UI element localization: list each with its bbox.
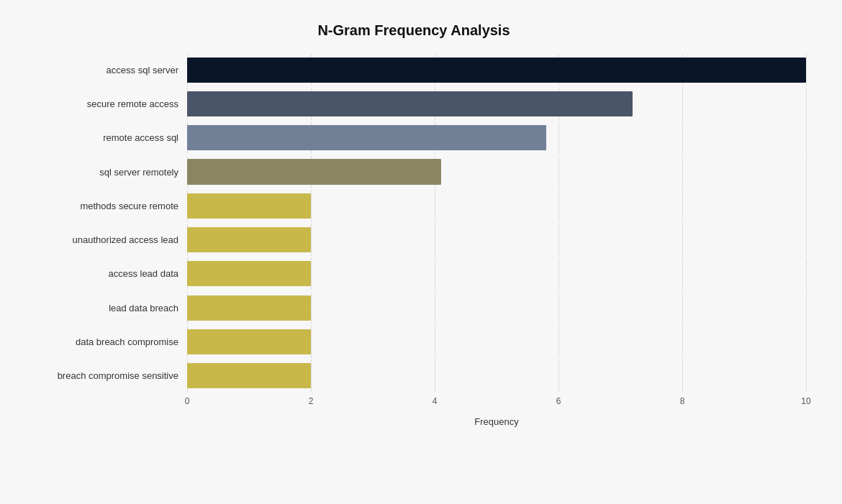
- bar-fill: [187, 295, 311, 321]
- bar-row: methods secure remote: [22, 189, 806, 223]
- bar-track: [187, 156, 806, 188]
- grid-line: [558, 122, 559, 154]
- grid-line: [558, 156, 559, 188]
- x-tick: 8: [680, 396, 685, 406]
- grid-line: [806, 257, 807, 290]
- x-tick: 10: [801, 396, 810, 406]
- bar-row: access sql server: [22, 53, 806, 87]
- grid-line: [435, 224, 435, 256]
- bar-row: lead data breach: [22, 291, 806, 325]
- grid-line: [682, 257, 683, 290]
- grid-line: [435, 190, 435, 222]
- bar-track: [187, 359, 806, 392]
- bar-row: remote access sql: [22, 121, 806, 155]
- bar-fill: [187, 193, 311, 219]
- bar-track: [187, 54, 806, 86]
- bar-label: breach compromise sensitive: [22, 370, 187, 381]
- grid-line: [311, 190, 312, 222]
- chart-container: N-Gram Frequency Analysis access sql ser…: [7, 8, 835, 497]
- bar-label: secure remote access: [22, 98, 187, 109]
- grid-line: [806, 190, 807, 222]
- bar-label: lead data breach: [22, 303, 187, 313]
- grid-line: [682, 88, 683, 120]
- grid-line: [558, 326, 559, 358]
- bar-label: data breach compromise: [22, 336, 187, 347]
- x-axis-label: Frequency: [187, 416, 806, 427]
- grid-line: [682, 122, 683, 154]
- bar-label: methods secure remote: [22, 201, 187, 211]
- grid-line: [682, 359, 683, 392]
- grid-line: [558, 257, 559, 290]
- grid-line: [311, 224, 312, 256]
- bar-label: unauthorized access lead: [22, 234, 187, 245]
- bar-row: data breach compromise: [22, 325, 806, 359]
- bar-fill: [187, 125, 546, 150]
- bar-fill: [187, 329, 311, 354]
- grid-line: [558, 224, 559, 256]
- grid-line: [435, 257, 435, 290]
- grid-line: [311, 257, 312, 290]
- chart-area: access sql serversecure remote accessrem…: [22, 53, 806, 427]
- bar-track: [187, 257, 806, 290]
- chart-title: N-Gram Frequency Analysis: [22, 22, 806, 39]
- grid-line: [806, 359, 807, 392]
- bar-track: [187, 122, 806, 154]
- grid-line: [806, 326, 807, 358]
- bar-track: [187, 88, 806, 120]
- bar-track: [187, 190, 806, 222]
- grid-line: [806, 292, 807, 324]
- bar-fill: [187, 227, 311, 252]
- bar-fill: [187, 58, 806, 83]
- grid-line: [311, 326, 312, 358]
- grid-line: [558, 190, 559, 222]
- bar-fill: [187, 363, 311, 388]
- x-axis: 0246810: [187, 396, 806, 411]
- bar-label: access lead data: [22, 268, 187, 279]
- bar-row: unauthorized access lead: [22, 223, 806, 257]
- grid-line: [806, 88, 807, 120]
- grid-line: [682, 190, 683, 222]
- bar-track: [187, 326, 806, 358]
- bar-label: access sql server: [22, 65, 187, 75]
- grid-line: [558, 292, 559, 324]
- grid-line: [806, 122, 807, 154]
- grid-line: [435, 359, 435, 392]
- grid-line: [806, 54, 807, 86]
- x-tick: 6: [556, 396, 561, 406]
- bar-fill: [187, 261, 311, 286]
- grid-line: [682, 156, 683, 188]
- x-tick: 2: [309, 396, 314, 406]
- x-tick: 0: [185, 396, 190, 406]
- grid-line: [311, 292, 312, 324]
- bar-label: sql server remotely: [22, 167, 187, 178]
- grid-line: [435, 326, 435, 358]
- bar-row: sql server remotely: [22, 155, 806, 188]
- bar-row: access lead data: [22, 257, 806, 290]
- bar-track: [187, 292, 806, 324]
- grid-line: [682, 224, 683, 256]
- bar-row: secure remote access: [22, 87, 806, 121]
- bar-fill: [187, 159, 441, 184]
- grid-line: [806, 224, 807, 256]
- grid-line: [682, 292, 683, 324]
- bar-track: [187, 224, 806, 256]
- grid-line: [558, 359, 559, 392]
- bar-fill: [187, 91, 633, 116]
- bar-label: remote access sql: [22, 132, 187, 143]
- grid-line: [682, 326, 683, 358]
- grid-line: [435, 292, 435, 324]
- bar-row: breach compromise sensitive: [22, 359, 806, 393]
- grid-line: [806, 156, 807, 188]
- x-tick: 4: [433, 396, 438, 406]
- grid-line: [311, 359, 312, 392]
